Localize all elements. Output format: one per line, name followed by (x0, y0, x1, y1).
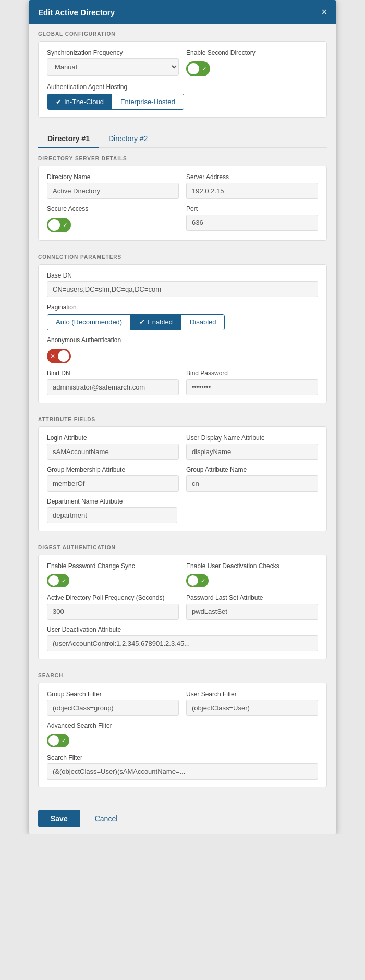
anon-auth-x-icon: ✕ (50, 353, 55, 360)
display-name-attr-label: User Display Name Attribute (186, 434, 318, 442)
anon-auth-label: Anonymous Authentication (47, 336, 318, 344)
pagination-disabled-btn[interactable]: Disabled (181, 315, 225, 330)
display-name-attr-value: displayName (186, 444, 318, 460)
anon-auth-toggle[interactable]: ✕ (47, 349, 71, 363)
enterprise-label: Enterprise-Hosted (120, 98, 175, 106)
pagination-label: Pagination (47, 304, 318, 311)
advanced-search-toggle[interactable]: ✓ (47, 734, 69, 747)
group-search-value: (objectClass=group) (47, 700, 179, 716)
search-card: Group Search Filter (objectClass=group) … (38, 683, 327, 787)
secure-access-thumb (48, 219, 60, 231)
modal-header: Edit Active Directory × (29, 0, 336, 24)
group-membership-value: memberOf (47, 475, 179, 492)
hosting-toggle-group: ✔ In-The-Cloud Enterprise-Hosted (47, 94, 184, 110)
auth-agent-label: Authentication Agent Hosting (47, 83, 318, 91)
bind-dn-label: Bind DN (47, 370, 179, 377)
in-cloud-label: In-The-Cloud (64, 98, 104, 106)
secure-access-check-icon: ✓ (63, 221, 68, 229)
search-section-label: SEARCH (38, 665, 327, 683)
advanced-search-label: Advanced Search Filter (47, 722, 318, 730)
group-attr-name-value: cn (186, 475, 318, 492)
dir-name-label: Directory Name (47, 173, 179, 181)
login-attr-label: Login Attribute (47, 434, 179, 442)
modal-body: GLOBAL CONFIGURATION Synchronization Fre… (29, 24, 336, 803)
connection-card: Base DN CN=users,DC=sfm,DC=qa,DC=com Pag… (38, 264, 327, 403)
dir-server-section-label: DIRECTORY SERVER DETAILS (38, 148, 327, 166)
port-label: Port (186, 205, 318, 212)
pagination-enabled-btn[interactable]: ✔ Enabled (131, 315, 181, 330)
server-address-value: 192.0.2.15 (186, 183, 318, 199)
toggle-thumb (188, 63, 199, 74)
digest-card: Enable Password Change Sync ✓ Enable Use… (38, 555, 327, 659)
enterprise-hosted-button[interactable]: Enterprise-Hosted (112, 94, 184, 109)
enable-pwd-sync-label: Enable Password Change Sync (47, 562, 179, 570)
enable-second-dir-label: Enable Second Directory (186, 49, 256, 56)
enable-user-deact-label: Enable User Deactivation Checks (186, 562, 318, 570)
poll-freq-value: 300 (47, 604, 179, 620)
sync-freq-select[interactable]: Manual (47, 58, 179, 76)
base-dn-label: Base DN (47, 272, 318, 279)
tab-dir2[interactable]: Directory #2 (99, 130, 157, 148)
bind-pass-label: Bind Password (186, 370, 318, 377)
directory-tabs: Directory #1 Directory #2 (38, 124, 327, 148)
user-deact-attr-value: (userAccountControl:1.2.345.678901.2.3.4… (47, 635, 318, 651)
pwd-sync-thumb (48, 575, 59, 586)
sync-freq-label: Synchronization Frequency (47, 49, 179, 56)
user-deact-check-icon: ✓ (201, 577, 205, 584)
secure-access-label: Secure Access (47, 205, 179, 212)
enable-second-dir-toggle[interactable]: ✓ (186, 61, 210, 76)
group-membership-label: Group Membership Attribute (47, 466, 179, 473)
pwd-last-set-label: Password Last Set Attribute (186, 594, 318, 601)
base-dn-value: CN=users,DC=sfm,DC=qa,DC=com (47, 281, 318, 297)
anon-auth-thumb (58, 350, 69, 362)
dir-server-card: Directory Name Active Directory Server A… (38, 166, 327, 241)
pwd-sync-check-icon: ✓ (62, 577, 66, 584)
port-value: 636 (186, 215, 318, 231)
toggle-check-icon: ✓ (202, 65, 207, 72)
secure-access-toggle[interactable]: ✓ (47, 218, 71, 232)
modal-title: Edit Active Directory (38, 8, 115, 17)
global-config-section-label: GLOBAL CONFIGURATION (38, 24, 327, 41)
digest-section-label: DIGEST AUTHENTICATION (38, 537, 327, 555)
attribute-card: Login Attribute sAMAccountName User Disp… (38, 426, 327, 531)
bind-pass-value: •••••••• (186, 379, 318, 395)
attribute-section-label: ATTRIBUTE FIELDS (38, 409, 327, 426)
check-circle-icon: ✔ (56, 98, 62, 106)
user-deact-thumb (188, 575, 198, 586)
in-cloud-button[interactable]: ✔ In-The-Cloud (47, 94, 112, 109)
group-search-label: Group Search Filter (47, 690, 179, 698)
search-filter-label: Search Filter (47, 754, 318, 761)
search-filter-value: (&(objectClass=User)(sAMAccountName=... (47, 763, 318, 780)
global-config-card: Synchronization Frequency Manual Enable … (38, 41, 327, 118)
group-attr-name-label: Group Attribute Name (186, 466, 318, 473)
user-search-value: (objectClass=User) (186, 700, 318, 716)
connection-section-label: CONNECTION PARAMETERS (38, 247, 327, 264)
server-address-label: Server Address (186, 173, 318, 181)
tab-dir1[interactable]: Directory #1 (38, 130, 99, 148)
adv-search-check-icon: ✓ (62, 737, 66, 744)
dept-name-value: department (47, 507, 177, 523)
pwd-last-set-value: pwdLastSet (186, 604, 318, 620)
save-button[interactable]: Save (38, 810, 80, 827)
bind-dn-value: administrator@safemarch.com (47, 379, 179, 395)
enable-user-deact-toggle[interactable]: ✓ (186, 574, 209, 587)
pagination-auto-btn[interactable]: Auto (Recommended) (47, 315, 131, 330)
adv-search-thumb (48, 735, 59, 746)
modal-footer: Save Cancel (29, 803, 336, 834)
close-button[interactable]: × (321, 7, 327, 17)
user-deact-attr-label: User Deactivation Attribute (47, 626, 318, 633)
dept-name-label: Department Name Attribute (47, 498, 318, 505)
login-attr-value: sAMAccountName (47, 444, 179, 460)
user-search-label: User Search Filter (186, 690, 318, 698)
cancel-button[interactable]: Cancel (87, 810, 126, 827)
dir-name-value: Active Directory (47, 183, 179, 199)
pagination-check-icon: ✔ (139, 318, 145, 326)
enable-pwd-sync-toggle[interactable]: ✓ (47, 574, 69, 587)
pagination-group: Auto (Recommended) ✔ Enabled Disabled (47, 314, 225, 330)
poll-freq-label: Active Directory Poll Frequency (Seconds… (47, 594, 179, 601)
